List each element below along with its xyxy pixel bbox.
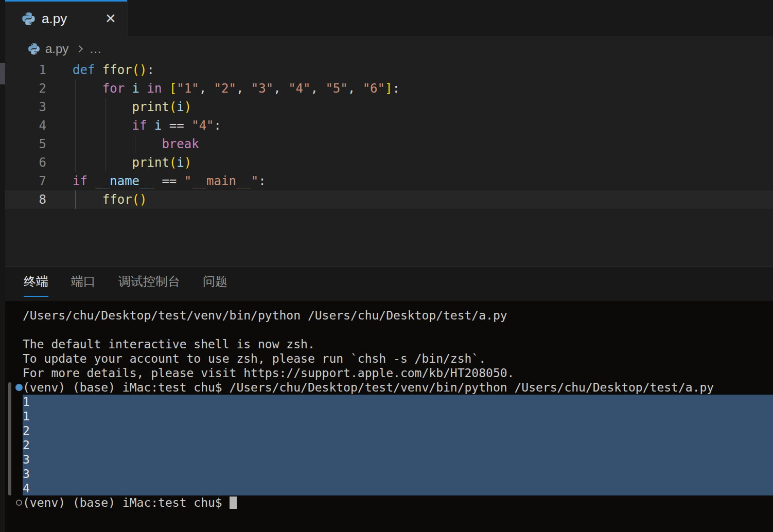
terminal-line: 3 xyxy=(5,452,773,467)
code-line: 4 if i == "4": xyxy=(5,116,773,135)
code-text: for i in ["1", "2", "3", "4", "5", "6"]: xyxy=(73,79,400,98)
terminal-line: 1 xyxy=(5,409,773,423)
terminal-line: (venv) (base) iMac:test chu$ /Users/chu/… xyxy=(5,380,773,395)
terminal-text: 1 xyxy=(23,395,30,409)
code-line: 2 for i in ["1", "2", "3", "4", "5", "6"… xyxy=(5,79,773,98)
terminal-selection xyxy=(23,423,773,438)
terminal-text: (venv) (base) iMac:test chu$ /Users/chu/… xyxy=(23,381,714,394)
command-decoration-icon[interactable] xyxy=(16,500,22,506)
terminal-selection xyxy=(23,395,773,409)
line-number[interactable]: 5 xyxy=(5,135,46,153)
panel-tab-bar: 终端端口调试控制台问题 xyxy=(5,267,773,301)
tab-a-py[interactable]: a.py ✕ xyxy=(5,0,128,37)
line-number[interactable]: 2 xyxy=(5,79,46,98)
terminal-text: (venv) (base) iMac:test chu$ xyxy=(23,496,230,509)
breadcrumb-file[interactable]: a.py xyxy=(45,42,68,56)
panel-tab[interactable]: 端口 xyxy=(71,267,96,297)
terminal-text: 3 xyxy=(23,453,30,466)
terminal-text: The default interactive shell is now zsh… xyxy=(23,338,315,351)
terminal-line: 4 xyxy=(5,481,773,495)
terminal-text: 2 xyxy=(23,438,30,452)
terminal-line: The default interactive shell is now zsh… xyxy=(5,337,773,351)
terminal-line: 2 xyxy=(5,423,773,438)
editor-tab-bar: a.py ✕ xyxy=(5,0,773,37)
terminal-selection xyxy=(23,467,773,481)
terminal-text: 2 xyxy=(23,424,30,437)
code-text: print(i) xyxy=(73,98,191,116)
line-number[interactable]: 6 xyxy=(5,153,46,172)
terminal-text: For more details, please visit https://s… xyxy=(23,366,514,380)
code-line: 5 break xyxy=(5,135,773,153)
code-text: def ffor(): xyxy=(73,61,154,79)
breadcrumb-symbol-ellipsis[interactable]: … xyxy=(89,42,101,56)
code-line: 1def ffor(): xyxy=(5,61,773,79)
chevron-right-icon xyxy=(76,45,83,52)
code-text: if __name__ == "__main__": xyxy=(73,172,266,190)
terminal-selection xyxy=(23,481,773,495)
code-text: print(i) xyxy=(73,153,191,172)
panel-tab[interactable]: 终端 xyxy=(24,267,48,297)
vscode-window: a.py ✕ a.py … 1def ffor():2 for i in ["1… xyxy=(0,0,773,532)
terminal-line xyxy=(5,323,773,337)
terminal-text: 4 xyxy=(23,482,30,495)
terminal-line: 3 xyxy=(5,467,773,481)
line-number[interactable]: 3 xyxy=(5,98,46,116)
terminal-text: 3 xyxy=(23,467,30,481)
code-line: 6 print(i) xyxy=(5,153,773,172)
panel-tab[interactable]: 问题 xyxy=(203,267,227,297)
python-icon xyxy=(28,43,40,55)
terminal-cursor xyxy=(230,496,237,509)
terminal-selection xyxy=(23,438,773,452)
terminal-text: /Users/chu/Desktop/test/venv/bin/python … xyxy=(23,309,507,322)
terminal-line: To update your account to use zsh, pleas… xyxy=(5,351,773,366)
terminal-line: For more details, please visit https://s… xyxy=(5,366,773,380)
terminal-line: (venv) (base) iMac:test chu$ xyxy=(5,495,773,510)
code-text: if i == "4": xyxy=(73,116,221,135)
tab-title: a.py xyxy=(42,11,67,27)
sidebar-drag-handle[interactable] xyxy=(0,63,5,84)
terminal-selection xyxy=(23,409,773,423)
terminal-text: 1 xyxy=(23,410,30,423)
terminal-lines: /Users/chu/Desktop/test/venv/bin/python … xyxy=(5,308,773,510)
line-number[interactable]: 7 xyxy=(5,172,46,190)
line-number[interactable]: 8 xyxy=(5,190,46,209)
terminal-selection xyxy=(23,452,773,467)
code-line: 7if __name__ == "__main__": xyxy=(5,172,773,190)
code-line: 3 print(i) xyxy=(5,98,773,116)
python-icon xyxy=(22,12,36,26)
line-number[interactable]: 1 xyxy=(5,61,46,79)
close-icon[interactable]: ✕ xyxy=(101,9,120,28)
panel-tab[interactable]: 调试控制台 xyxy=(118,267,180,297)
line-number[interactable]: 4 xyxy=(5,116,46,135)
breadcrumb: a.py … xyxy=(5,37,773,61)
terminal-line: 1 xyxy=(5,395,773,409)
left-rail xyxy=(0,0,5,532)
code-line: 8 ffor() xyxy=(5,190,773,209)
terminal[interactable]: /Users/chu/Desktop/test/venv/bin/python … xyxy=(5,301,773,532)
command-decoration-icon[interactable] xyxy=(15,384,23,391)
code-text: break xyxy=(73,135,199,153)
terminal-text: To update your account to use zsh, pleas… xyxy=(23,352,486,365)
code-editor[interactable]: 1def ffor():2 for i in ["1", "2", "3", "… xyxy=(5,61,773,267)
code-text: ffor() xyxy=(73,190,147,209)
terminal-line: /Users/chu/Desktop/test/venv/bin/python … xyxy=(5,308,773,323)
terminal-line: 2 xyxy=(5,438,773,452)
code-lines: 1def ffor():2 for i in ["1", "2", "3", "… xyxy=(5,61,773,209)
